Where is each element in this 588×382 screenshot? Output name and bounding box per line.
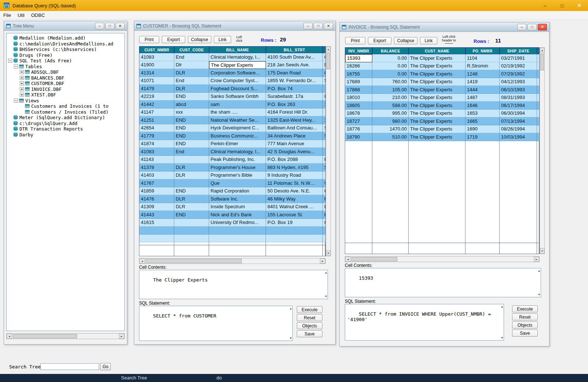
grid-row[interactable]: 41615University Of Redmo...P.O. Box 19C bbox=[139, 219, 325, 227]
grid-cell[interactable]: 41083 bbox=[139, 148, 174, 156]
grid-cell[interactable]: P.O. Box 263 bbox=[266, 100, 323, 109]
scroll-up-button[interactable]: ▲ bbox=[540, 48, 544, 53]
tree-item[interactable]: -SQL Test (Ads Free) bbox=[7, 58, 124, 64]
grid-cell[interactable] bbox=[209, 227, 266, 235]
execute-button[interactable]: Execute bbox=[297, 306, 322, 313]
menu-item-file[interactable]: File bbox=[0, 11, 14, 19]
grid-row[interactable]: 18605588.00The Clipper Experts164606/17/… bbox=[345, 102, 539, 110]
menu-item-util[interactable]: Util bbox=[14, 11, 28, 19]
minimize-button[interactable]: – bbox=[536, 0, 554, 11]
grid-cell[interactable]: C bbox=[323, 187, 326, 195]
grid-cell[interactable]: 0.00 bbox=[372, 54, 409, 62]
grid-cell[interactable]: E bbox=[323, 195, 326, 203]
grid-row[interactable] bbox=[139, 227, 325, 235]
grid-cell[interactable]: The Clipper Experts bbox=[409, 133, 465, 141]
grid-cell[interactable]: END bbox=[174, 140, 209, 148]
grid-cell[interactable]: 760.00 bbox=[372, 78, 409, 86]
grid-cell[interactable] bbox=[537, 133, 540, 141]
grid-cell[interactable]: 41779 bbox=[139, 132, 174, 140]
grid-cell[interactable]: 980.00 bbox=[372, 117, 409, 125]
scroll-thumb[interactable] bbox=[13, 334, 77, 338]
scroll-left-button[interactable]: ◄ bbox=[345, 257, 351, 262]
tree-item[interactable]: +ADSSQL.DBF bbox=[7, 69, 124, 75]
maximize-button[interactable]: □ bbox=[527, 24, 537, 30]
grid-cell[interactable]: The Clipper Experts bbox=[409, 54, 465, 62]
grid-cell[interactable]: abcd bbox=[174, 100, 209, 109]
grid-cell[interactable]: END bbox=[174, 116, 209, 124]
grid-cell[interactable]: DLR bbox=[174, 172, 209, 180]
grid-cell[interactable]: S bbox=[323, 124, 326, 132]
grid-cell[interactable]: The Clipper Experts bbox=[409, 125, 465, 133]
collapse-button[interactable]: Collapse bbox=[394, 37, 417, 44]
grid-row[interactable]: 18678995.00The Clipper Experts165306/30/… bbox=[345, 110, 539, 118]
grid-cell[interactable]: 15393 bbox=[345, 54, 372, 62]
scroll-down-icon[interactable]: ▼ bbox=[501, 336, 503, 339]
go-button[interactable]: Go bbox=[100, 363, 111, 370]
expand-icon[interactable]: + bbox=[20, 87, 24, 91]
grid-cell[interactable]: Dlr bbox=[174, 61, 209, 69]
tree-item[interactable]: -Views bbox=[7, 98, 124, 104]
scroll-track[interactable] bbox=[145, 258, 320, 264]
grid-cell[interactable]: The Clipper Experts bbox=[409, 70, 465, 78]
tree-item[interactable]: +INVOICE.DBF bbox=[7, 87, 124, 92]
grid-cell[interactable]: 41479 bbox=[139, 85, 174, 93]
grid-cell[interactable]: 995.00 bbox=[372, 110, 409, 118]
grid-cell[interactable]: 42 S Douglas Avenu... bbox=[266, 148, 323, 156]
grid-row[interactable]: 162660.00The Clipper ExpertsR.Stromin02/… bbox=[345, 62, 539, 70]
grid-row[interactable]: 42219ENDSanko Software GmbhSurabellastr.… bbox=[139, 93, 325, 101]
export-button[interactable]: Export bbox=[162, 36, 185, 43]
reset-button[interactable]: Reset bbox=[512, 313, 538, 320]
invoice-window-titlebar[interactable]: INVOICE - Browsing SQL Statement – □ ✕ bbox=[340, 22, 549, 32]
tree-window-titlebar[interactable]: Tree Menu – □ ✕ bbox=[4, 21, 127, 31]
tree-item[interactable]: +CUSTOMER.DBF bbox=[7, 81, 124, 87]
grid-row[interactable]: 41779ENDBusiness Communic...34 Andrews P… bbox=[139, 132, 325, 140]
maximize-button[interactable]: □ bbox=[314, 23, 323, 29]
grid-cell[interactable]: 07/29/1992 bbox=[500, 70, 537, 78]
grid-cell[interactable]: 41251 bbox=[139, 116, 174, 124]
grid-cell[interactable]: 41071 bbox=[139, 77, 174, 85]
tree-hscrollbar[interactable]: ◄ ► bbox=[6, 333, 125, 339]
grid-cell[interactable]: 105.00 bbox=[372, 86, 409, 94]
grid-cell[interactable]: The Clipper Experts bbox=[209, 61, 266, 69]
grid-row[interactable]: 167550.00The Clipper Experts124807/29/19… bbox=[345, 70, 539, 78]
scroll-track[interactable] bbox=[326, 52, 330, 250]
grid-cell[interactable]: 1104 bbox=[465, 54, 500, 62]
minimize-button[interactable]: – bbox=[95, 23, 104, 29]
grid-cell[interactable]: C bbox=[323, 219, 326, 227]
grid-cell[interactable]: 07/13/1994 bbox=[500, 117, 537, 125]
grid-cell[interactable]: 41314 bbox=[139, 69, 174, 77]
customer-grid-vscrollbar[interactable]: ▲ ▼ bbox=[326, 46, 331, 256]
grid-cell[interactable]: D bbox=[323, 61, 326, 69]
objects-button[interactable]: Objects bbox=[512, 322, 538, 328]
grid-row[interactable]: 41442abcdsamP.O. Box 2631 bbox=[139, 100, 325, 109]
grid-cell[interactable]: 510.00 bbox=[372, 133, 409, 141]
grid-row[interactable]: 41314DLRCorporation Software...175 Dean … bbox=[139, 69, 325, 77]
maximize-button[interactable]: □ bbox=[105, 23, 114, 29]
grid-cell[interactable]: Inside Spectrum bbox=[209, 203, 266, 211]
grid-cell[interactable] bbox=[537, 54, 540, 62]
grid-cell[interactable]: Rapid Corporation bbox=[209, 187, 266, 195]
grid-cell[interactable]: The Clipper Experts bbox=[409, 62, 465, 70]
menu-item-odbc[interactable]: ODBC bbox=[28, 11, 48, 19]
grid-cell[interactable]: 175 Dean Road bbox=[266, 69, 323, 77]
scroll-down-button[interactable]: ▼ bbox=[326, 250, 330, 256]
grid-row[interactable]: 41767Que11 Potomac St. N.W....W bbox=[139, 179, 325, 187]
minimize-button[interactable]: – bbox=[303, 23, 313, 29]
tree-item[interactable]: Darby bbox=[7, 132, 124, 138]
tree-item[interactable]: Customers / Invoices (Tiled) bbox=[7, 109, 124, 115]
grid-cell[interactable]: 210.00 bbox=[372, 94, 409, 102]
grid-cell[interactable]: 1487 bbox=[465, 94, 500, 102]
grid-cell[interactable]: 06/17/1994 bbox=[500, 102, 537, 110]
grid-cell[interactable] bbox=[209, 235, 266, 243]
grid-cell[interactable]: 4164 Forest Hill Dr. bbox=[266, 109, 323, 117]
grid-cell[interactable]: 0.00 bbox=[372, 70, 409, 78]
grid-cell[interactable]: Corporation Software... bbox=[209, 69, 266, 77]
grid-cell[interactable] bbox=[537, 125, 540, 133]
grid-cell[interactable] bbox=[537, 86, 540, 94]
grid-cell[interactable]: 17868 bbox=[345, 86, 372, 94]
grid-row[interactable]: 41476DLRSoftware Inc.46 Milky WayE bbox=[139, 195, 325, 203]
grid-cell[interactable]: 1855 W. Fernardo Dr... bbox=[266, 77, 323, 85]
close-button[interactable]: ✕ bbox=[116, 23, 125, 29]
grid-cell[interactable]: Foghead Discount S... bbox=[209, 85, 266, 93]
tree-item[interactable]: Customers and Invoices (1 to bbox=[7, 103, 124, 109]
